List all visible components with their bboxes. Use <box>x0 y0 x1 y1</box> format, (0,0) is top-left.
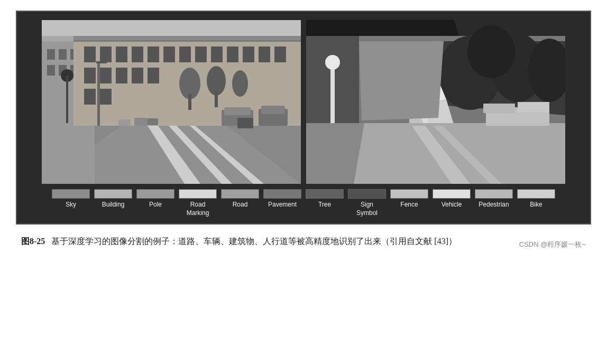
svg-rect-47 <box>224 107 251 115</box>
svg-rect-75 <box>518 102 549 113</box>
svg-rect-31 <box>227 46 238 62</box>
legend-label-pavement: Pavement <box>268 201 297 209</box>
svg-rect-30 <box>211 46 223 62</box>
svg-rect-14 <box>73 40 301 42</box>
legend-color-building <box>94 189 132 199</box>
svg-rect-54 <box>97 62 100 126</box>
svg-rect-74 <box>483 104 515 113</box>
legend-item-sky: Sky <box>50 189 92 209</box>
legend-label-sign-symbol: Sign Symbol <box>356 201 378 217</box>
svg-rect-32 <box>243 46 254 62</box>
legend-item-road-marking: Road Marking <box>177 189 219 217</box>
svg-rect-17 <box>84 89 96 105</box>
street-photo <box>42 20 301 184</box>
legend-color-tree <box>306 189 344 199</box>
legend-item-sign-symbol: Sign Symbol <box>346 189 388 217</box>
svg-rect-45 <box>42 126 95 184</box>
legend-label-sky: Sky <box>66 201 76 209</box>
svg-rect-55 <box>96 61 107 63</box>
svg-rect-23 <box>132 46 143 62</box>
svg-rect-15 <box>84 46 96 62</box>
legend-item-pole: Pole <box>134 189 177 209</box>
svg-rect-49 <box>261 106 285 114</box>
svg-rect-51 <box>134 118 148 126</box>
legend-label-pedestrian: Pedestrian <box>479 201 509 209</box>
legend-color-fence <box>390 189 428 199</box>
svg-rect-29 <box>195 46 207 62</box>
svg-rect-18 <box>100 46 112 62</box>
svg-point-77 <box>325 55 340 70</box>
legend-label-road: Road <box>233 201 248 209</box>
svg-rect-25 <box>148 46 159 62</box>
svg-rect-50 <box>237 118 253 128</box>
legend-color-pedestrian <box>475 189 513 199</box>
svg-rect-7 <box>47 65 55 76</box>
svg-rect-26 <box>148 68 159 83</box>
svg-point-37 <box>207 66 226 96</box>
svg-rect-13 <box>73 36 301 40</box>
caption-text: 图8-25 基于深度学习的图像分割的例子：道路、车辆、建筑物、人行道等被高精度地… <box>21 234 509 249</box>
svg-rect-34 <box>274 46 286 62</box>
legend-color-pole <box>136 189 174 199</box>
legend-color-road-marking <box>179 189 217 199</box>
svg-rect-76 <box>330 62 335 123</box>
svg-rect-27 <box>163 46 175 62</box>
svg-rect-16 <box>84 68 96 83</box>
legend-item-bike: Bike <box>515 189 557 209</box>
page-container: Sky Building Pole Road Marking Road <box>0 0 607 260</box>
svg-point-39 <box>232 70 248 97</box>
legend-label-tree: Tree <box>318 201 331 209</box>
svg-rect-52 <box>148 118 158 125</box>
legend-color-pavement <box>263 189 301 199</box>
legend-label-pole: Pole <box>149 201 162 209</box>
legend-label-building: Building <box>102 201 125 209</box>
legend-item-fence: Fence <box>388 189 430 209</box>
svg-rect-33 <box>259 46 270 62</box>
segmentation-photo <box>306 20 565 184</box>
svg-point-64 <box>467 25 515 78</box>
legend-item-building: Building <box>92 189 134 209</box>
legend-color-sign-symbol <box>348 189 386 199</box>
legend-color-sky <box>52 189 90 199</box>
svg-rect-19 <box>100 68 112 83</box>
svg-rect-53 <box>118 119 130 126</box>
svg-rect-5 <box>59 49 67 60</box>
legend-label-bike: Bike <box>530 201 542 209</box>
legend-item-pedestrian: Pedestrian <box>473 189 515 209</box>
legend-label-fence: Fence <box>400 201 418 209</box>
svg-rect-22 <box>116 68 127 83</box>
caption-label: 图8-25 <box>21 237 45 246</box>
figure-box: Sky Building Pole Road Marking Road <box>16 11 591 225</box>
caption-area: 图8-25 基于深度学习的图像分割的例子：道路、车辆、建筑物、人行道等被高精度地… <box>16 234 591 249</box>
legend-color-bike <box>517 189 555 199</box>
svg-rect-4 <box>47 49 55 60</box>
svg-marker-68 <box>359 41 444 120</box>
caption-body: 基于深度学习的图像分割的例子：道路、车辆、建筑物、人行道等被高精度地识别了出来（… <box>51 237 457 246</box>
legend-item-pavement: Pavement <box>261 189 304 209</box>
watermark: CSDN @程序媛一枚~ <box>519 240 586 249</box>
legend-item-vehicle: Vehicle <box>430 189 473 209</box>
svg-rect-38 <box>215 91 218 107</box>
legend-color-road <box>221 189 259 199</box>
svg-rect-11 <box>66 76 68 123</box>
svg-rect-21 <box>116 46 127 62</box>
svg-rect-28 <box>179 46 191 62</box>
images-row <box>25 20 582 184</box>
legend-item-tree: Tree <box>304 189 346 209</box>
legend-row: Sky Building Pole Road Marking Road <box>25 189 582 217</box>
legend-label-road-marking: Road Marking <box>187 201 209 217</box>
legend-label-vehicle: Vehicle <box>442 201 462 209</box>
svg-rect-24 <box>132 68 143 83</box>
legend-item-road: Road <box>219 189 261 209</box>
svg-rect-20 <box>100 89 112 105</box>
svg-rect-36 <box>188 94 191 110</box>
legend-color-vehicle <box>433 189 471 199</box>
